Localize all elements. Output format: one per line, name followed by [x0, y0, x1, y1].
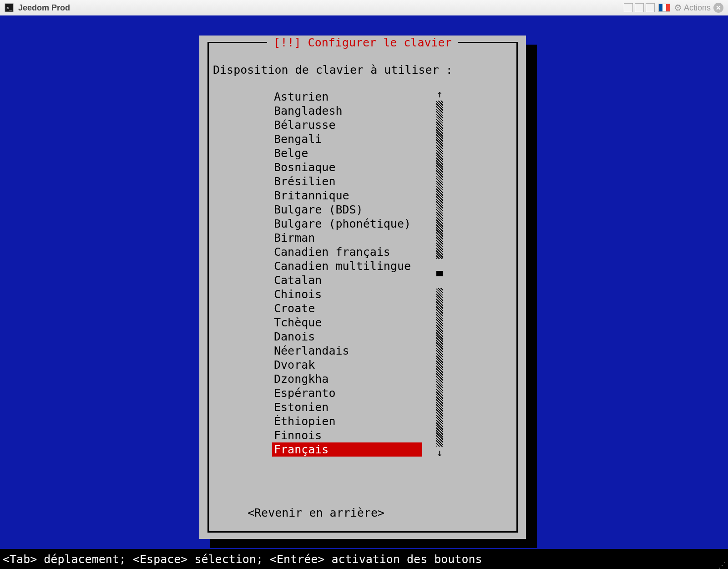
keyboard-layout-option[interactable]: Bulgare (phonétique)	[272, 217, 422, 231]
keyboard-layout-option[interactable]: Bulgare (BDS)	[272, 203, 422, 217]
keyboard-layout-option[interactable]: Danois	[272, 330, 422, 344]
keyboard-layout-option[interactable]: Bengali	[272, 132, 422, 146]
help-bar: <Tab> déplacement; <Espace> sélection; <…	[0, 549, 728, 569]
france-flag-icon[interactable]	[658, 4, 670, 12]
keyboard-layout-option[interactable]: Français	[272, 442, 422, 457]
dialog-body: Disposition de clavier à utiliser : Astu…	[213, 63, 512, 525]
keyboard-layout-option[interactable]: Birman	[272, 231, 422, 245]
actions-menu[interactable]: Actions	[684, 3, 711, 13]
go-back-button[interactable]: <Revenir en arrière>	[248, 506, 384, 520]
keyboard-layout-option[interactable]: Bangladesh	[272, 104, 422, 118]
keyboard-layout-option[interactable]: Bosniaque	[272, 160, 422, 174]
dialog-title-wrap: [!!] Configurer le clavier	[199, 36, 526, 50]
keyboard-layout-option[interactable]: Asturien	[272, 90, 422, 104]
keyboard-layout-option[interactable]: Croate	[272, 301, 422, 315]
keyboard-layout-option[interactable]: Bélarusse	[272, 118, 422, 132]
keyboard-layout-option[interactable]: Finnois	[272, 428, 422, 442]
dialog-prompt: Disposition de clavier à utiliser :	[213, 63, 512, 77]
keyboard-layout-option[interactable]: Espéranto	[272, 386, 422, 400]
close-icon[interactable]: ✕	[713, 3, 723, 13]
window-titlebar: >_ Jeedom Prod ⚙ Actions ✕	[0, 0, 728, 16]
keyboard-layout-option[interactable]: Tchèque	[272, 315, 422, 330]
window-button-3-icon[interactable]	[646, 3, 655, 12]
window-button-2-icon[interactable]	[635, 3, 644, 12]
keyboard-layout-option[interactable]: Dzongkha	[272, 372, 422, 386]
window-button-1-icon[interactable]	[624, 3, 633, 12]
terminal-icon: >_	[5, 3, 14, 12]
resize-grip-icon[interactable]: ⋰	[718, 563, 725, 567]
keyboard-layout-list[interactable]: AsturienBangladeshBélarusseBengaliBelgeB…	[272, 90, 422, 457]
help-text: <Tab> déplacement; <Espace> sélection; <…	[3, 552, 482, 566]
keyboard-layout-option[interactable]: Belge	[272, 146, 422, 160]
console-area: [!!] Configurer le clavier Disposition d…	[0, 15, 728, 569]
keyboard-layout-option[interactable]: Dvorak	[272, 358, 422, 372]
keyboard-layout-option[interactable]: Catalan	[272, 273, 422, 287]
scroll-up-arrow-icon[interactable]: ↑	[436, 90, 442, 99]
keyboard-layout-option[interactable]: Canadien français	[272, 245, 422, 259]
scroll-track-bottom[interactable]	[436, 288, 443, 447]
scroll-gap-top	[436, 261, 443, 271]
keyboard-layout-option[interactable]: Estonien	[272, 400, 422, 414]
options-area: AsturienBangladeshBélarusseBengaliBelgeB…	[272, 90, 512, 457]
keyboard-layout-option[interactable]: Britannique	[272, 188, 422, 203]
keyboard-layout-option[interactable]: Néerlandais	[272, 344, 422, 358]
scroll-gap-bottom	[436, 276, 443, 286]
scroll-thumb[interactable]	[436, 271, 443, 276]
window-title: Jeedom Prod	[18, 3, 70, 13]
scroll-down-arrow-icon[interactable]: ↓	[436, 448, 442, 457]
scroll-track-top[interactable]	[436, 101, 443, 259]
dialog-title: [!!] Configurer le clavier	[267, 36, 458, 50]
keyboard-layout-option[interactable]: Chinois	[272, 287, 422, 301]
svg-text:>_: >_	[6, 5, 13, 11]
keyboard-layout-option[interactable]: Éthiopien	[272, 414, 422, 428]
keyboard-layout-option[interactable]: Brésilien	[272, 174, 422, 188]
gear-icon[interactable]: ⚙	[674, 2, 682, 13]
keyboard-layout-option[interactable]: Canadien multilingue	[272, 259, 422, 273]
scrollbar[interactable]: ↑ ↓	[435, 90, 444, 457]
keyboard-config-dialog: [!!] Configurer le clavier Disposition d…	[199, 36, 526, 539]
